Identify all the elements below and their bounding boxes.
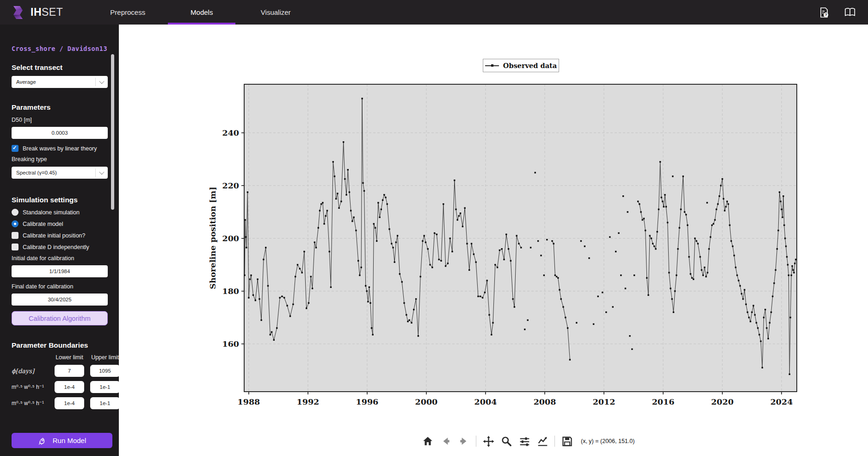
svg-text:2020: 2020	[711, 397, 734, 406]
main-content: 1988199219962000200420082012201620202024…	[119, 25, 868, 456]
chart-legend[interactable]: Observed data	[483, 59, 559, 72]
zoom-icon[interactable]	[500, 435, 512, 447]
brand-logo[interactable]: IHSET	[10, 5, 63, 20]
chevron-down-icon	[95, 78, 108, 86]
svg-text:2004: 2004	[474, 397, 497, 406]
rocket-icon	[38, 436, 47, 445]
docs-book-icon[interactable]	[844, 6, 856, 19]
d50-input[interactable]	[12, 127, 108, 139]
tab-preprocess[interactable]: Preprocess	[91, 0, 165, 25]
doc-help-icon[interactable]: ?	[818, 6, 830, 19]
initial-date-input[interactable]	[12, 265, 108, 277]
svg-text:1996: 1996	[356, 397, 379, 406]
break-waves-row[interactable]: Break waves by linear theory	[12, 145, 108, 152]
svg-text:2016: 2016	[652, 397, 675, 406]
transect-select-value: Average	[12, 79, 95, 85]
svg-text:2024: 2024	[770, 397, 793, 406]
radio-unchecked[interactable]	[12, 209, 18, 216]
run-model-button[interactable]: Run Model	[12, 433, 112, 448]
break-waves-checkbox[interactable]	[12, 145, 18, 152]
boundary-lower-input-1[interactable]: 1e-4	[55, 381, 84, 393]
sim-option-label: Calibrate initial position?	[23, 232, 86, 239]
svg-text:200: 200	[222, 234, 239, 243]
shoreline-chart[interactable]: 1988199219962000200420082012201620202024…	[119, 25, 868, 456]
svg-text:2000: 2000	[415, 397, 438, 406]
ihset-logo-icon	[10, 5, 26, 20]
d50-label: D50 [m]	[12, 117, 108, 123]
sidebar-scrollbar[interactable]	[111, 54, 114, 210]
svg-text:Shoreline position [m]: Shoreline position [m]	[208, 187, 217, 289]
simulation-settings-heading: Simulation settings	[12, 196, 108, 204]
back-icon[interactable]	[440, 435, 452, 447]
sim-option-label: Calibrate D independently	[23, 244, 89, 250]
sim-option-label: Calibrate model	[23, 221, 63, 227]
tab-models[interactable]: Models	[165, 0, 239, 25]
forward-icon[interactable]	[458, 435, 470, 447]
svg-text:160: 160	[222, 339, 239, 349]
boundaries-col-header-1: Upper limit	[90, 354, 120, 361]
nav-tabs: PreprocessModelsVisualizer	[91, 0, 313, 25]
sim-option-3[interactable]: Calibrate D independently	[12, 244, 108, 250]
tab-label: Models	[191, 8, 213, 16]
boundary-row-label-0: ϕ[days]	[12, 368, 49, 375]
tab-label: Preprocess	[110, 8, 145, 16]
home-icon[interactable]	[422, 435, 434, 447]
parameters-heading: Parameters	[12, 103, 108, 112]
breadcrumb: Cross_shore / Davidson13	[12, 45, 108, 52]
radio-checked[interactable]	[12, 220, 18, 227]
sim-option-1[interactable]: Calibrate model	[12, 220, 108, 227]
boundary-row-label-2: m⁰·⁵ w⁰·⁵ h⁻¹	[12, 400, 49, 406]
boundaries-col-header-0: Lower limit	[55, 354, 84, 361]
sidebar: Cross_shore / Davidson13 Select transect…	[0, 25, 119, 456]
boundary-upper-input-1[interactable]: 1e-1	[90, 381, 120, 393]
final-date-input[interactable]	[12, 294, 108, 306]
transect-select[interactable]: Average	[12, 76, 108, 88]
select-transect-heading: Select transect	[12, 63, 108, 72]
app-window: IHSET PreprocessModelsVisualizer ?	[0, 0, 868, 456]
breaking-type-value: Spectral (γ=0.45)	[12, 170, 95, 175]
save-icon[interactable]	[561, 435, 573, 447]
sim-option-0[interactable]: Standalone simulation	[12, 209, 108, 216]
line-chart-icon[interactable]	[536, 435, 548, 447]
tab-visualizer[interactable]: Visualizer	[239, 0, 313, 25]
checkbox-unchecked[interactable]	[12, 232, 18, 239]
cursor-coordinates-readout: (x, y) = (2006, 151.0)	[581, 438, 634, 444]
plot-toolbar: (x, y) = (2006, 151.0)	[422, 433, 634, 450]
initial-date-label: Initial date for calibration	[12, 255, 108, 262]
legend-label: Observed data	[503, 62, 557, 69]
break-waves-label: Break waves by linear theory	[23, 145, 97, 152]
svg-text:2008: 2008	[534, 397, 556, 406]
calibration-algorithm-button[interactable]: Calibration Algorithm	[12, 311, 108, 325]
nav-right-icons: ?	[818, 6, 856, 19]
sliders-icon[interactable]	[518, 435, 530, 447]
sim-option-2[interactable]: Calibrate initial position?	[12, 232, 108, 239]
active-tab-underline	[168, 23, 235, 25]
tab-label: Visualizer	[261, 8, 291, 16]
boundaries-grid: Lower limitUpper limitϕ[days]71095m⁰·⁵ w…	[12, 354, 108, 409]
checkbox-unchecked[interactable]	[12, 244, 18, 250]
breaking-type-label: Breaking type	[12, 156, 108, 162]
boundary-row-label-1: m⁰·⁵ w⁰·⁵ h⁻¹	[12, 384, 49, 390]
sim-option-label: Standalone simulation	[23, 209, 80, 216]
boundary-upper-input-0[interactable]: 1095	[90, 365, 120, 377]
brand-text: IHSET	[31, 6, 63, 19]
svg-text:1992: 1992	[297, 397, 320, 406]
svg-text:180: 180	[222, 287, 239, 296]
top-navbar: IHSET PreprocessModelsVisualizer ?	[0, 0, 868, 25]
run-model-label: Run Model	[53, 437, 86, 444]
parameter-boundaries-heading: Parameter Boundaries	[12, 341, 108, 350]
boundary-lower-input-0[interactable]: 7	[55, 365, 84, 377]
svg-text:2012: 2012	[593, 397, 616, 406]
simulation-options: Standalone simulationCalibrate modelCali…	[12, 209, 108, 250]
legend-marker-icon	[485, 65, 499, 66]
pan-icon[interactable]	[482, 435, 494, 447]
svg-text:?: ?	[825, 12, 827, 17]
toolbar-separator	[476, 436, 476, 447]
breaking-type-select[interactable]: Spectral (γ=0.45)	[12, 167, 108, 179]
chevron-down-icon	[95, 169, 108, 177]
boundary-lower-input-2[interactable]: 1e-4	[55, 397, 84, 409]
final-date-label: Final date for calibration	[12, 283, 108, 290]
svg-text:1988: 1988	[238, 397, 260, 406]
svg-text:220: 220	[222, 181, 239, 190]
boundary-upper-input-2[interactable]: 1e-1	[90, 397, 120, 409]
